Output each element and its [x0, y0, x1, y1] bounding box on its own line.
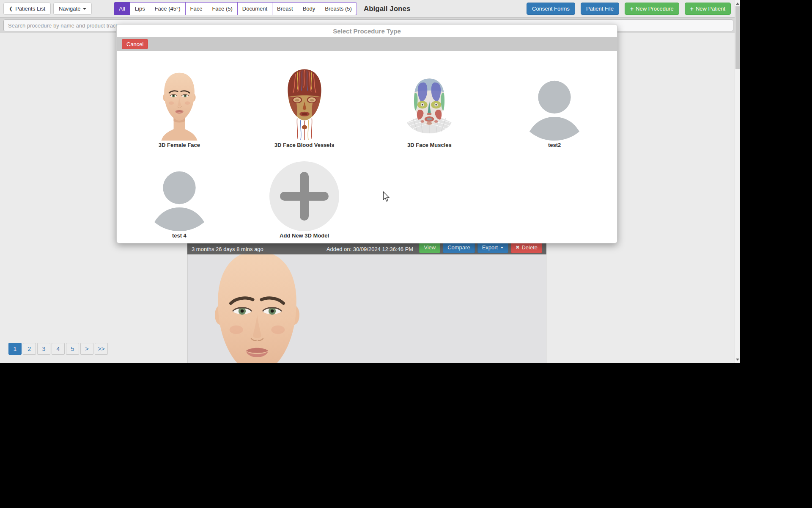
page-1-button[interactable]: 1 — [8, 343, 22, 355]
delete-button[interactable]: ✖ Delete — [511, 242, 542, 253]
patients-list-button[interactable]: ❮ Patients List — [3, 3, 51, 15]
export-label: Export — [482, 244, 498, 251]
modal-title: Select Procedure Type — [333, 28, 401, 35]
delete-x-icon: ✖ — [516, 245, 519, 250]
tile-label: 3D Face Blood Vessels — [274, 141, 335, 150]
new-patient-label: New Patient — [696, 6, 725, 12]
face-blood-vessels-model-icon — [280, 67, 329, 141]
page-last-button[interactable]: >> — [95, 343, 108, 355]
tile-label: 3D Female Face — [159, 141, 200, 150]
face-muscles-model-icon — [404, 75, 455, 141]
delete-label: Delete — [521, 244, 538, 251]
tile-image — [269, 151, 339, 231]
tile-test2[interactable]: test2 — [492, 60, 617, 151]
tile-3d-face-blood-vessels[interactable]: 3D Face Blood Vessels — [242, 60, 367, 151]
back-chevron-icon: ❮ — [9, 6, 13, 11]
navigate-label: Navigate — [59, 6, 80, 12]
tile-image — [280, 60, 329, 141]
filter-all[interactable]: All — [114, 2, 130, 15]
screen: ❮ Patients List Navigate All Lips Face (… — [0, 0, 812, 508]
tile-3d-face-muscles[interactable]: 3D Face Muscles — [367, 60, 492, 151]
new-procedure-label: New Procedure — [636, 6, 674, 12]
filter-body[interactable]: Body — [298, 2, 321, 15]
procedure-card-header: 3 months 26 days 8 mins ago Added on: 30… — [187, 243, 546, 254]
filter-breasts-5[interactable]: Breasts (5) — [320, 2, 357, 15]
page-3-button[interactable]: 3 — [37, 343, 50, 355]
select-procedure-modal: Select Procedure Type Cancel 3D Female F… — [116, 24, 617, 243]
patient-3d-face-image — [196, 243, 318, 363]
page-5-button[interactable]: 5 — [66, 343, 79, 355]
tile-image — [528, 60, 581, 141]
tile-3d-female-face[interactable]: 3D Female Face — [117, 60, 242, 151]
tile-label: 3D Face Muscles — [407, 141, 452, 150]
page-next-button[interactable]: > — [80, 343, 93, 355]
filter-button-group: All Lips Face (45°) Face Face (5) Docume… — [114, 2, 357, 15]
modal-titlebar: Select Procedure Type — [117, 25, 617, 37]
plus-icon: + — [690, 6, 694, 12]
procedure-age-text: 3 months 26 days 8 mins ago — [192, 246, 263, 252]
filter-face-5[interactable]: Face (5) — [207, 2, 237, 15]
filter-face[interactable]: Face — [185, 2, 208, 15]
toolbar-actions: Consent Forms Patient File + New Procedu… — [527, 3, 731, 15]
filter-face-45[interactable]: Face (45°) — [150, 2, 186, 15]
tile-image — [156, 60, 203, 141]
plus-icon: + — [630, 6, 634, 12]
tile-image — [404, 60, 455, 141]
scroll-up-icon[interactable] — [735, 0, 740, 6]
caret-down-icon — [83, 8, 86, 10]
filter-document[interactable]: Document — [237, 2, 272, 15]
filter-lips[interactable]: Lips — [130, 2, 150, 15]
filter-breast[interactable]: Breast — [272, 2, 298, 15]
scrollbar-thumb[interactable] — [735, 6, 740, 69]
pagination: 1 2 3 4 5 > >> — [8, 343, 109, 355]
vertical-scrollbar[interactable] — [735, 0, 740, 363]
tile-label: Add New 3D Model — [280, 231, 329, 240]
compare-button[interactable]: Compare — [443, 242, 475, 253]
scroll-down-icon[interactable] — [735, 356, 740, 362]
procedure-image-area[interactable] — [187, 243, 546, 363]
new-procedure-button[interactable]: + New Procedure — [625, 3, 679, 15]
procedure-type-grid: 3D Female Face 3D Face Blood Vessels 3D … — [117, 51, 617, 241]
caret-down-icon — [500, 247, 504, 248]
navigate-dropdown[interactable]: Navigate — [53, 3, 92, 15]
procedure-card: 3 months 26 days 8 mins ago Added on: 30… — [187, 243, 546, 363]
tile-image — [153, 151, 206, 231]
patient-name: Abigail Jones — [364, 5, 411, 13]
view-button[interactable]: View — [419, 242, 440, 253]
page-4-button[interactable]: 4 — [52, 343, 65, 355]
modal-toolbar: Cancel — [117, 37, 617, 51]
avatar-placeholder-icon — [528, 79, 581, 141]
patient-file-button[interactable]: Patient File — [581, 3, 619, 15]
cancel-button[interactable]: Cancel — [122, 39, 148, 49]
page-2-button[interactable]: 2 — [23, 343, 36, 355]
tile-label: test2 — [548, 141, 561, 150]
tile-add-new-3d-model[interactable]: Add New 3D Model — [242, 151, 367, 241]
plus-circle-icon — [269, 161, 339, 231]
patients-list-label: Patients List — [15, 6, 45, 12]
procedure-added-text: Added on: 30/09/2024 12:36:46 PM — [326, 246, 413, 252]
top-toolbar: ❮ Patients List Navigate All Lips Face (… — [0, 0, 740, 18]
tile-label: test 4 — [172, 231, 187, 240]
mouse-cursor — [383, 191, 390, 202]
female-face-model-icon — [156, 69, 203, 141]
consent-forms-button[interactable]: Consent Forms — [527, 3, 575, 15]
tile-test-4[interactable]: test 4 — [117, 151, 242, 241]
avatar-placeholder-icon — [153, 170, 206, 231]
app-window: ❮ Patients List Navigate All Lips Face (… — [0, 0, 740, 363]
export-dropdown-button[interactable]: Export — [477, 242, 509, 253]
new-patient-button[interactable]: + New Patient — [685, 3, 731, 15]
